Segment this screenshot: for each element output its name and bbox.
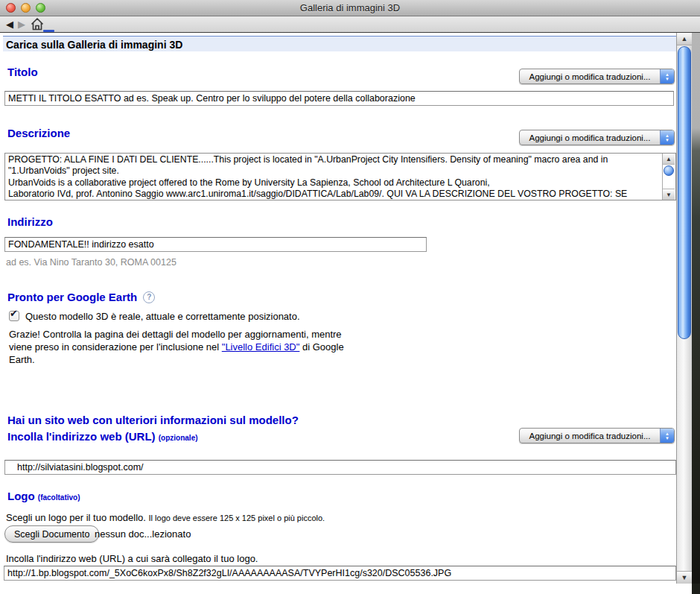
section-heading-descrizione: Descrizione [7, 127, 70, 139]
back-icon[interactable]: ◀ [6, 19, 13, 30]
home-icon[interactable] [30, 17, 45, 31]
translations-dropdown-label: Aggiungi o modifica traduzioni... [520, 133, 660, 142]
logo-choose-label: Scegli un logo per il tuo modello. Il lo… [6, 512, 325, 523]
stepper-icon: ▲▼ [660, 429, 674, 443]
choose-file-button[interactable]: Scegli Documento [4, 525, 99, 543]
address-input[interactable] [4, 237, 427, 252]
optional-note: (facoltativo) [38, 493, 80, 502]
translations-dropdown-titolo[interactable]: Aggiungi o modifica traduzioni... ▲▼ [519, 69, 675, 84]
section-heading-website-line1: Hai un sito web con ulteriori informazio… [7, 414, 299, 426]
forward-icon[interactable]: ▶ [18, 19, 25, 30]
scroll-up-icon[interactable]: ▲ [663, 154, 675, 165]
desktop-background [692, 33, 700, 594]
translations-dropdown-website[interactable]: Aggiungi o modifica traduzioni... ▲▼ [519, 428, 675, 443]
translations-dropdown-label: Aggiungi o modifica traduzioni... [520, 72, 660, 81]
real-model-checkbox[interactable]: ✔ [9, 311, 19, 321]
checkbox-label: Questo modello 3D è reale, attuale e cor… [25, 311, 300, 322]
logo-url-input[interactable] [4, 566, 676, 581]
stepper-icon: ▲▼ [660, 69, 674, 83]
section-heading-google-earth: Pronto per Google Earth? [7, 291, 155, 303]
title-input[interactable] [4, 91, 674, 106]
page-loading-dash [43, 30, 54, 32]
website-url-input[interactable] [4, 460, 676, 475]
stepper-icon: ▲▼ [660, 130, 674, 145]
window-title: Galleria di immagini 3D [0, 2, 700, 13]
translations-dropdown-descrizione[interactable]: Aggiungi o modifica traduzioni... ▲▼ [519, 130, 675, 145]
scroll-down-icon[interactable]: ▼ [663, 189, 675, 200]
scroll-up-icon[interactable]: ▲ [677, 33, 692, 45]
checkmark-icon: ✔ [10, 308, 18, 319]
logo-size-hint: Il logo deve essere 125 x 125 pixel o pi… [149, 514, 325, 522]
optional-note: (opzionale) [159, 434, 198, 442]
help-icon[interactable]: ? [143, 291, 155, 303]
textarea-scroll-thumb[interactable] [664, 165, 674, 176]
section-heading-indirizzo: Indirizzo [7, 215, 53, 228]
window-scrollbar[interactable]: ▲ ▼ [676, 33, 692, 584]
section-heading-logo: Logo (facoltativo) [7, 490, 80, 502]
logo-url-label: Incolla l'indirizzo web (URL) a cui sarà… [6, 553, 258, 564]
translations-dropdown-label: Aggiungi o modifica traduzioni... [520, 432, 660, 440]
page-content: Carica sulla Galleria di immagini 3D Tit… [0, 33, 692, 594]
no-file-selected-text: nessun doc...lezionato [95, 528, 191, 540]
scrollbar-thumb[interactable] [678, 46, 691, 339]
livello-edifici-3d-link[interactable]: "Livello Edifici 3D" [222, 341, 300, 353]
browser-toolbar: ◀ ▶ [0, 16, 700, 33]
description-textarea[interactable]: PROGETTO: ALLA FINE I DATI DEL CLIENTE..… [4, 153, 676, 200]
address-example-hint: ad es. Via Nino Taranto 30, ROMA 00125 [6, 257, 176, 268]
section-heading-titolo: Titolo [7, 66, 38, 78]
page-title: Carica sulla Galleria di immagini 3D [3, 36, 679, 51]
scroll-down-icon[interactable]: ▼ [677, 571, 692, 584]
google-earth-thanks-text: Grazie! Controlla la pagina dei dettagli… [9, 328, 360, 366]
window-titlebar: Galleria di immagini 3D [0, 0, 700, 16]
section-heading-website-line2: Incolla l'indirizzo web (URL) (opzionale… [7, 430, 198, 443]
textarea-scrollbar[interactable]: ▲ ▼ [662, 154, 675, 200]
description-text[interactable]: PROGETTO: ALLA FINE I DATI DEL CLIENTE..… [5, 154, 662, 200]
